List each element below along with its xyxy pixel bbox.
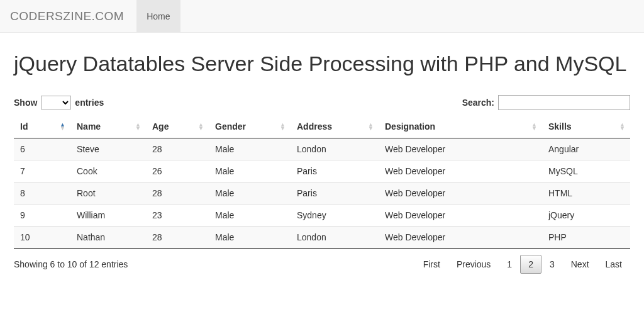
cell-id: 8 [14, 182, 70, 204]
pagination: First Previous 1 2 3 Next Last [415, 255, 630, 274]
cell-id: 9 [14, 204, 70, 227]
table-row: 6 Steve 28 Male London Web Developer Ang… [14, 138, 630, 160]
cell-id: 6 [14, 138, 70, 160]
nav-home[interactable]: Home [136, 0, 180, 33]
cell-address: Paris [291, 182, 379, 204]
sort-icon: ▲▼ [531, 123, 537, 130]
cell-designation: Web Developer [379, 204, 542, 227]
search-control: Search: [462, 95, 630, 110]
cell-address: London [291, 138, 379, 160]
table-controls: Show entries Search: [14, 95, 630, 110]
page-2[interactable]: 2 [520, 255, 541, 274]
cell-skills: jQuery [542, 204, 630, 227]
header-label: Skills [548, 121, 572, 132]
table-row: 9 William 23 Male Sydney Web Developer j… [14, 204, 630, 227]
show-label-pre: Show [14, 98, 37, 108]
table-footer: Showing 6 to 10 of 12 entries First Prev… [14, 255, 630, 274]
cell-skills: HTML [542, 182, 630, 204]
cell-designation: Web Developer [379, 138, 542, 160]
table-row: 8 Root 28 Male Paris Web Developer HTML [14, 182, 630, 204]
cell-gender: Male [209, 204, 291, 227]
navbar: CODERSZINE.COM Home [0, 0, 644, 33]
cell-name: Steve [70, 138, 146, 160]
sort-icon: ▲▼ [198, 123, 204, 130]
cell-age: 26 [146, 160, 209, 182]
cell-gender: Male [209, 182, 291, 204]
header-label: Id [20, 121, 28, 132]
cell-skills: PHP [542, 227, 630, 249]
page-next[interactable]: Next [563, 255, 597, 274]
col-header-address[interactable]: Address ▲▼ [291, 115, 379, 138]
cell-name: Nathan [70, 227, 146, 249]
cell-skills: Angular [542, 138, 630, 160]
cell-skills: MySQL [542, 160, 630, 182]
sort-icon: ▲▼ [280, 123, 286, 130]
col-header-gender[interactable]: Gender ▲▼ [209, 115, 291, 138]
length-control: Show entries [14, 96, 104, 109]
col-header-name[interactable]: Name ▲▼ [70, 115, 146, 138]
cell-age: 23 [146, 204, 209, 227]
sort-icon: ▲▼ [135, 123, 141, 130]
cell-gender: Male [209, 160, 291, 182]
cell-designation: Web Developer [379, 160, 542, 182]
cell-age: 28 [146, 227, 209, 249]
cell-gender: Male [209, 227, 291, 249]
cell-gender: Male [209, 138, 291, 160]
cell-designation: Web Developer [379, 182, 542, 204]
search-label: Search: [462, 98, 494, 108]
cell-id: 7 [14, 160, 70, 182]
page-3[interactable]: 3 [541, 255, 563, 274]
header-label: Name [77, 121, 101, 132]
header-label: Designation [385, 121, 435, 132]
cell-name: Cook [70, 160, 146, 182]
entries-select[interactable] [41, 96, 71, 109]
col-header-designation[interactable]: Designation ▲▼ [379, 115, 542, 138]
cell-age: 28 [146, 182, 209, 204]
page-1[interactable]: 1 [499, 255, 520, 274]
page-previous[interactable]: Previous [448, 255, 499, 274]
show-label-post: entries [75, 98, 104, 108]
search-input[interactable] [498, 95, 630, 110]
showing-info: Showing 6 to 10 of 12 entries [14, 259, 128, 269]
cell-age: 28 [146, 138, 209, 160]
cell-address: London [291, 227, 379, 249]
sort-icon: ▲▼ [619, 123, 625, 130]
col-header-skills[interactable]: Skills ▲▼ [542, 115, 630, 138]
sort-icon: ▲▼ [60, 123, 65, 130]
table-row: 7 Cook 26 Male Paris Web Developer MySQL [14, 160, 630, 182]
cell-address: Paris [291, 160, 379, 182]
col-header-id[interactable]: Id ▲▼ [14, 115, 70, 138]
sort-icon: ▲▼ [368, 123, 374, 130]
table-header-row: Id ▲▼ Name ▲▼ Age ▲▼ Gender ▲▼ Address [14, 115, 630, 138]
cell-designation: Web Developer [379, 227, 542, 249]
brand-logo[interactable]: CODERSZINE.COM [10, 9, 131, 23]
table-row: 10 Nathan 28 Male London Web Developer P… [14, 227, 630, 249]
header-label: Address [297, 121, 332, 132]
data-table: Id ▲▼ Name ▲▼ Age ▲▼ Gender ▲▼ Address [14, 115, 630, 249]
col-header-age[interactable]: Age ▲▼ [146, 115, 209, 138]
cell-name: Root [70, 182, 146, 204]
cell-name: William [70, 204, 146, 227]
table-body: 6 Steve 28 Male London Web Developer Ang… [14, 138, 630, 249]
page-title: jQuery Datatables Server Side Processing… [14, 52, 630, 76]
page-last[interactable]: Last [597, 255, 630, 274]
main-container: jQuery Datatables Server Side Processing… [0, 33, 644, 285]
header-label: Age [152, 121, 169, 132]
page-first[interactable]: First [415, 255, 448, 274]
header-label: Gender [215, 121, 246, 132]
cell-address: Sydney [291, 204, 379, 227]
cell-id: 10 [14, 227, 70, 249]
